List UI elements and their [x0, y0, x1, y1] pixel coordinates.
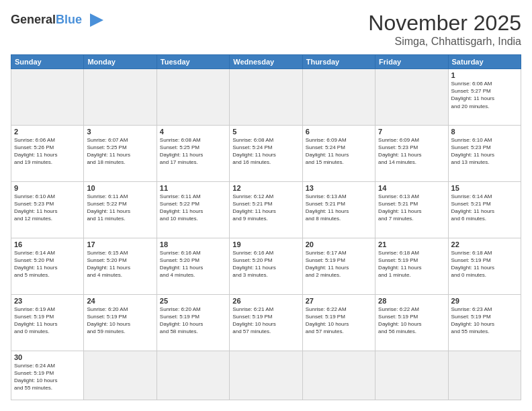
day-number-23: 23	[14, 297, 81, 305]
day-number-24: 24	[87, 297, 153, 305]
month-title: November 2025	[368, 11, 521, 36]
day-28: 28Sunrise: 6:22 AM Sunset: 5:19 PM Dayli…	[375, 294, 448, 351]
day-number-26: 26	[232, 297, 299, 305]
day-info-28: Sunrise: 6:22 AM Sunset: 5:19 PM Dayligh…	[378, 306, 445, 336]
day-info-2: Sunrise: 6:06 AM Sunset: 5:26 PM Dayligh…	[14, 136, 81, 167]
empty-cell	[375, 69, 448, 126]
day-9: 9Sunrise: 6:10 AM Sunset: 5:23 PM Daylig…	[11, 181, 84, 238]
day-13: 13Sunrise: 6:13 AM Sunset: 5:21 PM Dayli…	[302, 181, 375, 238]
header-saturday: Saturday	[448, 55, 521, 69]
day-5: 5Sunrise: 6:08 AM Sunset: 5:24 PM Daylig…	[230, 125, 302, 181]
day-info-20: Sunrise: 6:17 AM Sunset: 5:19 PM Dayligh…	[306, 249, 372, 279]
day-1: 1Sunrise: 6:06 AM Sunset: 5:27 PM Daylig…	[448, 69, 521, 126]
day-8: 8Sunrise: 6:10 AM Sunset: 5:23 PM Daylig…	[448, 125, 521, 181]
empty-cell	[230, 351, 302, 400]
day-info-1: Sunrise: 6:06 AM Sunset: 5:27 PM Dayligh…	[451, 80, 518, 110]
header-monday: Monday	[84, 55, 157, 69]
logo: GeneralBlue	[11, 11, 106, 30]
day-info-19: Sunrise: 6:16 AM Sunset: 5:20 PM Dayligh…	[232, 249, 299, 279]
day-26: 26Sunrise: 6:21 AM Sunset: 5:19 PM Dayli…	[230, 294, 302, 351]
day-info-5: Sunrise: 6:08 AM Sunset: 5:24 PM Dayligh…	[232, 136, 299, 167]
day-number-21: 21	[378, 240, 445, 248]
day-info-9: Sunrise: 6:10 AM Sunset: 5:23 PM Dayligh…	[14, 193, 81, 223]
day-29: 29Sunrise: 6:23 AM Sunset: 5:19 PM Dayli…	[448, 294, 521, 351]
day-4: 4Sunrise: 6:08 AM Sunset: 5:25 PM Daylig…	[157, 125, 229, 181]
day-number-1: 1	[451, 71, 518, 79]
day-18: 18Sunrise: 6:16 AM Sunset: 5:20 PM Dayli…	[157, 238, 229, 294]
day-11: 11Sunrise: 6:11 AM Sunset: 5:22 PM Dayli…	[157, 181, 229, 238]
week-row-5: 30Sunrise: 6:24 AM Sunset: 5:19 PM Dayli…	[11, 351, 521, 400]
day-info-27: Sunrise: 6:22 AM Sunset: 5:19 PM Dayligh…	[306, 306, 372, 336]
day-info-18: Sunrise: 6:16 AM Sunset: 5:20 PM Dayligh…	[160, 249, 226, 279]
day-17: 17Sunrise: 6:15 AM Sunset: 5:20 PM Dayli…	[84, 238, 157, 294]
day-number-11: 11	[160, 184, 226, 192]
day-number-20: 20	[306, 240, 372, 248]
header-row: SundayMondayTuesdayWednesdayThursdayFrid…	[11, 55, 521, 69]
empty-cell	[157, 69, 229, 126]
day-info-23: Sunrise: 6:19 AM Sunset: 5:19 PM Dayligh…	[14, 306, 81, 336]
day-number-12: 12	[232, 184, 299, 192]
day-25: 25Sunrise: 6:20 AM Sunset: 5:19 PM Dayli…	[157, 294, 229, 351]
day-24: 24Sunrise: 6:20 AM Sunset: 5:19 PM Dayli…	[84, 294, 157, 351]
day-number-6: 6	[306, 128, 372, 136]
day-number-28: 28	[378, 297, 445, 305]
header-tuesday: Tuesday	[157, 55, 229, 69]
day-number-13: 13	[306, 184, 372, 192]
day-number-10: 10	[87, 184, 153, 192]
day-number-5: 5	[232, 128, 299, 136]
empty-cell	[448, 351, 521, 400]
day-number-8: 8	[451, 128, 518, 136]
day-number-27: 27	[306, 297, 372, 305]
day-7: 7Sunrise: 6:09 AM Sunset: 5:23 PM Daylig…	[375, 125, 448, 181]
day-number-17: 17	[87, 240, 153, 248]
day-number-3: 3	[87, 128, 153, 136]
day-number-18: 18	[160, 240, 226, 248]
empty-cell	[157, 351, 229, 400]
empty-cell	[11, 69, 84, 126]
day-22: 22Sunrise: 6:18 AM Sunset: 5:19 PM Dayli…	[448, 238, 521, 294]
day-number-4: 4	[160, 128, 226, 136]
header-wednesday: Wednesday	[230, 55, 302, 69]
calendar-table: SundayMondayTuesdayWednesdayThursdayFrid…	[11, 54, 521, 400]
day-30: 30Sunrise: 6:24 AM Sunset: 5:19 PM Dayli…	[11, 351, 84, 400]
day-15: 15Sunrise: 6:14 AM Sunset: 5:21 PM Dayli…	[448, 181, 521, 238]
day-info-16: Sunrise: 6:14 AM Sunset: 5:20 PM Dayligh…	[14, 249, 81, 279]
day-number-9: 9	[14, 184, 81, 192]
svg-marker-0	[90, 13, 103, 27]
day-23: 23Sunrise: 6:19 AM Sunset: 5:19 PM Dayli…	[11, 294, 84, 351]
day-3: 3Sunrise: 6:07 AM Sunset: 5:25 PM Daylig…	[84, 125, 157, 181]
calendar-page: GeneralBlue November 2025 Simga, Chhatti…	[0, 0, 532, 411]
day-info-3: Sunrise: 6:07 AM Sunset: 5:25 PM Dayligh…	[87, 136, 153, 167]
title-block: November 2025 Simga, Chhattisgarh, India	[368, 11, 521, 48]
day-info-13: Sunrise: 6:13 AM Sunset: 5:21 PM Dayligh…	[306, 193, 372, 223]
day-27: 27Sunrise: 6:22 AM Sunset: 5:19 PM Dayli…	[302, 294, 375, 351]
empty-cell	[84, 351, 157, 400]
week-row-4: 23Sunrise: 6:19 AM Sunset: 5:19 PM Dayli…	[11, 294, 521, 351]
day-info-10: Sunrise: 6:11 AM Sunset: 5:22 PM Dayligh…	[87, 193, 153, 223]
day-info-4: Sunrise: 6:08 AM Sunset: 5:25 PM Dayligh…	[160, 136, 226, 167]
week-row-0: 1Sunrise: 6:06 AM Sunset: 5:27 PM Daylig…	[11, 69, 521, 126]
day-info-15: Sunrise: 6:14 AM Sunset: 5:21 PM Dayligh…	[451, 193, 518, 223]
day-info-11: Sunrise: 6:11 AM Sunset: 5:22 PM Dayligh…	[160, 193, 226, 223]
day-16: 16Sunrise: 6:14 AM Sunset: 5:20 PM Dayli…	[11, 238, 84, 294]
day-number-30: 30	[14, 353, 81, 361]
day-info-12: Sunrise: 6:12 AM Sunset: 5:21 PM Dayligh…	[232, 193, 299, 223]
empty-cell	[302, 69, 375, 126]
day-number-16: 16	[14, 240, 81, 248]
day-info-8: Sunrise: 6:10 AM Sunset: 5:23 PM Dayligh…	[451, 136, 518, 167]
day-20: 20Sunrise: 6:17 AM Sunset: 5:19 PM Dayli…	[302, 238, 375, 294]
header: GeneralBlue November 2025 Simga, Chhatti…	[11, 11, 521, 48]
day-14: 14Sunrise: 6:13 AM Sunset: 5:21 PM Dayli…	[375, 181, 448, 238]
day-info-6: Sunrise: 6:09 AM Sunset: 5:24 PM Dayligh…	[306, 136, 372, 167]
empty-cell	[302, 351, 375, 400]
header-friday: Friday	[375, 55, 448, 69]
empty-cell	[375, 351, 448, 400]
day-number-22: 22	[451, 240, 518, 248]
day-info-29: Sunrise: 6:23 AM Sunset: 5:19 PM Dayligh…	[451, 306, 518, 336]
day-10: 10Sunrise: 6:11 AM Sunset: 5:22 PM Dayli…	[84, 181, 157, 238]
day-number-15: 15	[451, 184, 518, 192]
day-2: 2Sunrise: 6:06 AM Sunset: 5:26 PM Daylig…	[11, 125, 84, 181]
day-number-29: 29	[451, 297, 518, 305]
day-number-25: 25	[160, 297, 226, 305]
day-number-2: 2	[14, 128, 81, 136]
